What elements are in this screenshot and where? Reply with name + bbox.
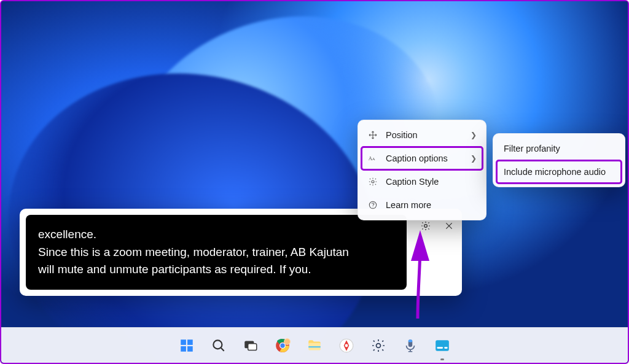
menu-label: Caption options bbox=[386, 153, 448, 163]
svg-text:A: A bbox=[372, 157, 375, 161]
menu-label: Include microphone audio bbox=[504, 167, 606, 177]
svg-rect-9 bbox=[187, 346, 193, 352]
caption-controls bbox=[413, 209, 462, 296]
microphone-app-button[interactable] bbox=[398, 333, 423, 358]
chevron-right-icon: ❯ bbox=[471, 131, 477, 139]
menu-label: Filter profanity bbox=[504, 144, 560, 153]
svg-rect-27 bbox=[437, 347, 443, 349]
svg-point-17 bbox=[284, 339, 290, 344]
captions-icon bbox=[434, 338, 450, 354]
menu-item-learn-more[interactable]: Learn more bbox=[361, 193, 483, 217]
caption-text-area: excellence. Since this is a zoom meeting… bbox=[26, 215, 407, 290]
menu-item-caption-style[interactable]: Caption Style bbox=[361, 170, 483, 193]
submenu-item-include-microphone-audio[interactable]: Include microphone audio bbox=[496, 160, 622, 184]
help-icon bbox=[367, 200, 378, 210]
caption-options-submenu: Filter profanity Include microphone audi… bbox=[493, 133, 625, 187]
move-icon bbox=[367, 130, 378, 140]
svg-rect-28 bbox=[444, 347, 447, 349]
search-button[interactable] bbox=[206, 333, 231, 358]
file-explorer-button[interactable] bbox=[302, 333, 327, 358]
menu-item-caption-options[interactable]: AA Caption options ❯ bbox=[361, 147, 483, 170]
menu-label: Position bbox=[386, 130, 418, 140]
chevron-right-icon: ❯ bbox=[471, 154, 477, 163]
gear-icon bbox=[420, 220, 431, 231]
pinned-app-button[interactable] bbox=[334, 333, 359, 358]
disc-icon bbox=[338, 338, 354, 354]
start-button[interactable] bbox=[174, 333, 199, 358]
caption-line: Since this is a zoom meeting, moderator,… bbox=[38, 244, 394, 261]
svg-point-22 bbox=[345, 344, 348, 347]
gear-icon bbox=[370, 338, 386, 354]
text-style-icon: AA bbox=[367, 153, 378, 163]
svg-point-5 bbox=[373, 206, 373, 207]
svg-point-23 bbox=[377, 343, 381, 347]
caption-line: excellence. bbox=[38, 226, 394, 244]
menu-label: Caption Style bbox=[386, 177, 439, 187]
svg-point-15 bbox=[280, 343, 284, 347]
taskview-icon bbox=[243, 338, 259, 354]
svg-rect-6 bbox=[181, 339, 186, 345]
svg-point-3 bbox=[372, 180, 374, 183]
svg-rect-8 bbox=[181, 346, 186, 352]
close-icon bbox=[444, 221, 454, 231]
taskbar bbox=[1, 327, 628, 363]
svg-rect-26 bbox=[436, 340, 449, 350]
search-icon bbox=[211, 338, 227, 354]
svg-rect-25 bbox=[408, 339, 413, 342]
svg-rect-19 bbox=[308, 346, 321, 347]
taskview-button[interactable] bbox=[238, 333, 263, 358]
submenu-item-filter-profanity[interactable]: Filter profanity bbox=[496, 137, 622, 160]
microphone-icon bbox=[402, 338, 418, 354]
windows-start-icon bbox=[179, 338, 195, 354]
chrome-icon bbox=[275, 338, 291, 354]
chrome-button[interactable] bbox=[270, 333, 295, 358]
settings-context-menu: Position ❯ AA Caption options ❯ Caption … bbox=[357, 120, 486, 220]
menu-label: Learn more bbox=[386, 200, 431, 210]
live-captions-app-button[interactable] bbox=[430, 333, 455, 358]
folder-icon bbox=[307, 338, 322, 354]
settings-app-button[interactable] bbox=[366, 333, 391, 358]
svg-rect-7 bbox=[187, 339, 193, 345]
live-captions-window: excellence. Since this is a zoom meeting… bbox=[20, 209, 462, 296]
caption-line: will mute and unmute participants as req… bbox=[38, 261, 394, 279]
svg-rect-12 bbox=[248, 343, 257, 350]
svg-point-10 bbox=[213, 340, 222, 349]
gear-icon bbox=[367, 177, 378, 187]
svg-point-0 bbox=[424, 225, 428, 228]
menu-item-position[interactable]: Position ❯ bbox=[361, 123, 483, 147]
